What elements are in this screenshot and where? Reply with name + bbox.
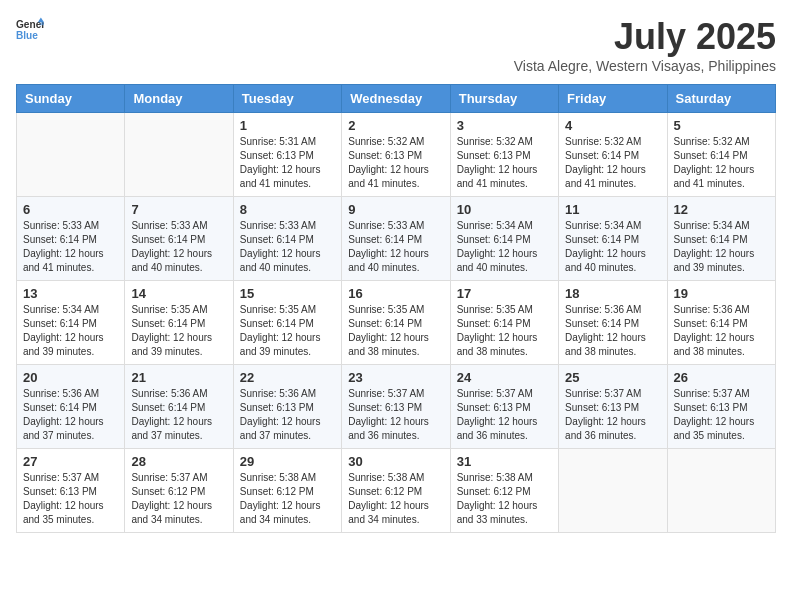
day-number: 14 bbox=[131, 286, 226, 301]
day-number: 12 bbox=[674, 202, 769, 217]
col-wednesday: Wednesday bbox=[342, 85, 450, 113]
calendar-cell: 15Sunrise: 5:35 AM Sunset: 6:14 PM Dayli… bbox=[233, 281, 341, 365]
day-number: 17 bbox=[457, 286, 552, 301]
day-number: 27 bbox=[23, 454, 118, 469]
day-info: Sunrise: 5:37 AM Sunset: 6:13 PM Dayligh… bbox=[457, 387, 552, 443]
col-tuesday: Tuesday bbox=[233, 85, 341, 113]
day-number: 20 bbox=[23, 370, 118, 385]
day-number: 13 bbox=[23, 286, 118, 301]
calendar-cell: 24Sunrise: 5:37 AM Sunset: 6:13 PM Dayli… bbox=[450, 365, 558, 449]
day-number: 1 bbox=[240, 118, 335, 133]
day-number: 28 bbox=[131, 454, 226, 469]
day-number: 8 bbox=[240, 202, 335, 217]
calendar-cell: 14Sunrise: 5:35 AM Sunset: 6:14 PM Dayli… bbox=[125, 281, 233, 365]
col-monday: Monday bbox=[125, 85, 233, 113]
day-info: Sunrise: 5:32 AM Sunset: 6:13 PM Dayligh… bbox=[457, 135, 552, 191]
day-info: Sunrise: 5:32 AM Sunset: 6:13 PM Dayligh… bbox=[348, 135, 443, 191]
calendar-cell bbox=[125, 113, 233, 197]
day-info: Sunrise: 5:35 AM Sunset: 6:14 PM Dayligh… bbox=[457, 303, 552, 359]
logo-icon: General Blue bbox=[16, 16, 44, 44]
page-header: General Blue July 2025 Vista Alegre, Wes… bbox=[16, 16, 776, 74]
day-info: Sunrise: 5:38 AM Sunset: 6:12 PM Dayligh… bbox=[240, 471, 335, 527]
calendar-week-row: 6Sunrise: 5:33 AM Sunset: 6:14 PM Daylig… bbox=[17, 197, 776, 281]
day-info: Sunrise: 5:34 AM Sunset: 6:14 PM Dayligh… bbox=[565, 219, 660, 275]
day-number: 10 bbox=[457, 202, 552, 217]
col-friday: Friday bbox=[559, 85, 667, 113]
day-number: 9 bbox=[348, 202, 443, 217]
calendar-cell: 19Sunrise: 5:36 AM Sunset: 6:14 PM Dayli… bbox=[667, 281, 775, 365]
calendar-week-row: 1Sunrise: 5:31 AM Sunset: 6:13 PM Daylig… bbox=[17, 113, 776, 197]
day-number: 2 bbox=[348, 118, 443, 133]
day-info: Sunrise: 5:31 AM Sunset: 6:13 PM Dayligh… bbox=[240, 135, 335, 191]
calendar-cell: 5Sunrise: 5:32 AM Sunset: 6:14 PM Daylig… bbox=[667, 113, 775, 197]
day-info: Sunrise: 5:36 AM Sunset: 6:14 PM Dayligh… bbox=[23, 387, 118, 443]
day-number: 7 bbox=[131, 202, 226, 217]
day-number: 29 bbox=[240, 454, 335, 469]
day-info: Sunrise: 5:33 AM Sunset: 6:14 PM Dayligh… bbox=[23, 219, 118, 275]
day-number: 25 bbox=[565, 370, 660, 385]
day-number: 5 bbox=[674, 118, 769, 133]
day-info: Sunrise: 5:37 AM Sunset: 6:12 PM Dayligh… bbox=[131, 471, 226, 527]
calendar-cell: 27Sunrise: 5:37 AM Sunset: 6:13 PM Dayli… bbox=[17, 449, 125, 533]
day-number: 26 bbox=[674, 370, 769, 385]
calendar-cell: 6Sunrise: 5:33 AM Sunset: 6:14 PM Daylig… bbox=[17, 197, 125, 281]
day-info: Sunrise: 5:33 AM Sunset: 6:14 PM Dayligh… bbox=[348, 219, 443, 275]
day-number: 24 bbox=[457, 370, 552, 385]
day-number: 11 bbox=[565, 202, 660, 217]
calendar-cell: 29Sunrise: 5:38 AM Sunset: 6:12 PM Dayli… bbox=[233, 449, 341, 533]
day-info: Sunrise: 5:34 AM Sunset: 6:14 PM Dayligh… bbox=[457, 219, 552, 275]
day-info: Sunrise: 5:37 AM Sunset: 6:13 PM Dayligh… bbox=[565, 387, 660, 443]
day-info: Sunrise: 5:36 AM Sunset: 6:14 PM Dayligh… bbox=[674, 303, 769, 359]
month-title: July 2025 bbox=[514, 16, 776, 58]
day-number: 30 bbox=[348, 454, 443, 469]
calendar-cell: 12Sunrise: 5:34 AM Sunset: 6:14 PM Dayli… bbox=[667, 197, 775, 281]
day-number: 18 bbox=[565, 286, 660, 301]
day-info: Sunrise: 5:36 AM Sunset: 6:13 PM Dayligh… bbox=[240, 387, 335, 443]
day-number: 16 bbox=[348, 286, 443, 301]
col-thursday: Thursday bbox=[450, 85, 558, 113]
calendar-week-row: 20Sunrise: 5:36 AM Sunset: 6:14 PM Dayli… bbox=[17, 365, 776, 449]
calendar-cell: 30Sunrise: 5:38 AM Sunset: 6:12 PM Dayli… bbox=[342, 449, 450, 533]
svg-text:Blue: Blue bbox=[16, 30, 38, 41]
calendar-cell bbox=[17, 113, 125, 197]
calendar-cell: 23Sunrise: 5:37 AM Sunset: 6:13 PM Dayli… bbox=[342, 365, 450, 449]
day-number: 31 bbox=[457, 454, 552, 469]
day-number: 6 bbox=[23, 202, 118, 217]
day-info: Sunrise: 5:34 AM Sunset: 6:14 PM Dayligh… bbox=[674, 219, 769, 275]
calendar-cell: 16Sunrise: 5:35 AM Sunset: 6:14 PM Dayli… bbox=[342, 281, 450, 365]
day-info: Sunrise: 5:35 AM Sunset: 6:14 PM Dayligh… bbox=[240, 303, 335, 359]
calendar-table: Sunday Monday Tuesday Wednesday Thursday… bbox=[16, 84, 776, 533]
calendar-cell: 9Sunrise: 5:33 AM Sunset: 6:14 PM Daylig… bbox=[342, 197, 450, 281]
day-info: Sunrise: 5:33 AM Sunset: 6:14 PM Dayligh… bbox=[240, 219, 335, 275]
day-number: 23 bbox=[348, 370, 443, 385]
calendar-cell: 4Sunrise: 5:32 AM Sunset: 6:14 PM Daylig… bbox=[559, 113, 667, 197]
calendar-cell bbox=[667, 449, 775, 533]
calendar-cell: 28Sunrise: 5:37 AM Sunset: 6:12 PM Dayli… bbox=[125, 449, 233, 533]
calendar-cell: 25Sunrise: 5:37 AM Sunset: 6:13 PM Dayli… bbox=[559, 365, 667, 449]
calendar-cell: 10Sunrise: 5:34 AM Sunset: 6:14 PM Dayli… bbox=[450, 197, 558, 281]
calendar-cell: 11Sunrise: 5:34 AM Sunset: 6:14 PM Dayli… bbox=[559, 197, 667, 281]
day-info: Sunrise: 5:32 AM Sunset: 6:14 PM Dayligh… bbox=[565, 135, 660, 191]
calendar-cell: 1Sunrise: 5:31 AM Sunset: 6:13 PM Daylig… bbox=[233, 113, 341, 197]
day-info: Sunrise: 5:35 AM Sunset: 6:14 PM Dayligh… bbox=[348, 303, 443, 359]
calendar-cell: 17Sunrise: 5:35 AM Sunset: 6:14 PM Dayli… bbox=[450, 281, 558, 365]
day-number: 15 bbox=[240, 286, 335, 301]
calendar-cell: 22Sunrise: 5:36 AM Sunset: 6:13 PM Dayli… bbox=[233, 365, 341, 449]
calendar-header-row: Sunday Monday Tuesday Wednesday Thursday… bbox=[17, 85, 776, 113]
day-info: Sunrise: 5:37 AM Sunset: 6:13 PM Dayligh… bbox=[348, 387, 443, 443]
day-info: Sunrise: 5:34 AM Sunset: 6:14 PM Dayligh… bbox=[23, 303, 118, 359]
day-number: 21 bbox=[131, 370, 226, 385]
day-info: Sunrise: 5:38 AM Sunset: 6:12 PM Dayligh… bbox=[348, 471, 443, 527]
calendar-cell bbox=[559, 449, 667, 533]
day-info: Sunrise: 5:37 AM Sunset: 6:13 PM Dayligh… bbox=[23, 471, 118, 527]
calendar-cell: 31Sunrise: 5:38 AM Sunset: 6:12 PM Dayli… bbox=[450, 449, 558, 533]
calendar-cell: 18Sunrise: 5:36 AM Sunset: 6:14 PM Dayli… bbox=[559, 281, 667, 365]
calendar-cell: 8Sunrise: 5:33 AM Sunset: 6:14 PM Daylig… bbox=[233, 197, 341, 281]
calendar-cell: 20Sunrise: 5:36 AM Sunset: 6:14 PM Dayli… bbox=[17, 365, 125, 449]
location-subtitle: Vista Alegre, Western Visayas, Philippin… bbox=[514, 58, 776, 74]
calendar-week-row: 27Sunrise: 5:37 AM Sunset: 6:13 PM Dayli… bbox=[17, 449, 776, 533]
calendar-cell: 13Sunrise: 5:34 AM Sunset: 6:14 PM Dayli… bbox=[17, 281, 125, 365]
day-info: Sunrise: 5:36 AM Sunset: 6:14 PM Dayligh… bbox=[131, 387, 226, 443]
calendar-cell: 3Sunrise: 5:32 AM Sunset: 6:13 PM Daylig… bbox=[450, 113, 558, 197]
day-info: Sunrise: 5:37 AM Sunset: 6:13 PM Dayligh… bbox=[674, 387, 769, 443]
